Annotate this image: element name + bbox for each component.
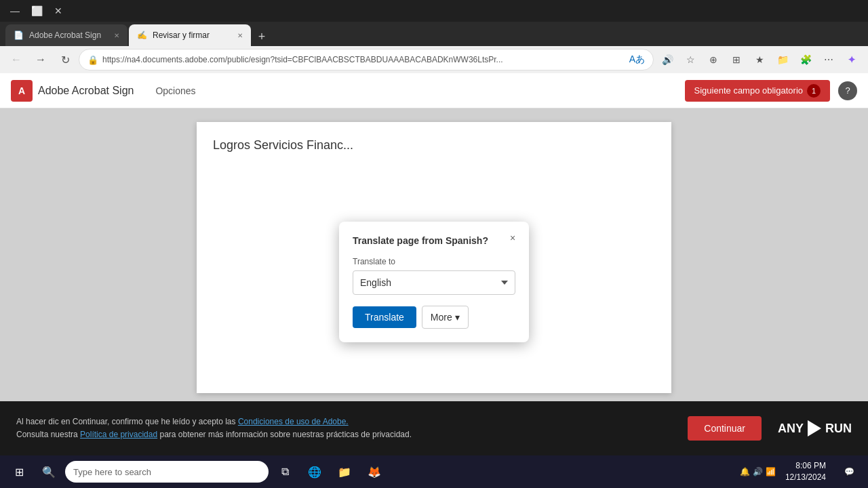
acrobat-logo: A Adobe Acrobat Sign (11, 80, 134, 102)
date-display: 12/13/2024 (785, 472, 826, 483)
windows-icon: ⊞ (15, 466, 24, 479)
file-explorer-icon[interactable]: 📁 (331, 458, 358, 485)
translate-button[interactable]: Translate (353, 306, 416, 328)
task-view-button[interactable]: ⧉ (271, 458, 298, 485)
acrobat-header-right: Siguiente campo obligatorio 1 ? (685, 80, 857, 102)
tab-label-active: Revisar y firmar (153, 30, 210, 40)
copilot-button[interactable]: ✦ (841, 49, 863, 70)
acrobat-page: A Adobe Acrobat Sign Opciones Siguiente … (0, 73, 868, 455)
chevron-down-icon: ▾ (455, 312, 460, 323)
search-placeholder: Type here to search (73, 467, 151, 477)
tray-icon-3[interactable]: 📶 (766, 467, 776, 476)
reload-button[interactable]: ↻ (54, 49, 76, 70)
forward-button[interactable]: → (30, 49, 52, 70)
clock[interactable]: 8:06 PM 12/13/2024 (780, 460, 831, 483)
next-field-button[interactable]: Siguiente campo obligatorio 1 (685, 80, 830, 102)
time-display: 8:06 PM (785, 460, 826, 472)
split-screen-button[interactable]: ⊞ (726, 49, 747, 70)
new-tab-button[interactable]: + (252, 27, 271, 46)
task-view-icon: ⧉ (281, 466, 289, 478)
tabs-bar: 📄 Adobe Acrobat Sign ✕ ✍️ Revisar y firm… (0, 22, 868, 46)
tab-close-icon[interactable]: ✕ (114, 32, 119, 39)
title-bar: — ⬜ ✕ (0, 0, 868, 22)
favorites-button[interactable]: ☆ (679, 49, 701, 70)
dialog-close-button[interactable]: × (505, 230, 521, 246)
next-field-label: Siguiente campo obligatorio (694, 85, 803, 96)
start-button[interactable]: ⊞ (5, 458, 33, 485)
taskbar: ⊞ 🔍 Type here to search ⧉ 🌐 📁 🦊 🔔 🔊 📶 8:… (0, 455, 868, 488)
tray-icon-2[interactable]: 🔊 (753, 467, 763, 476)
tab-acrobat[interactable]: 📄 Adobe Acrobat Sign ✕ (5, 24, 127, 46)
nav-bar: ← → ↻ 🔒 https://na4.documents.adobe.com/… (0, 46, 868, 73)
page-content: A Adobe Acrobat Sign Opciones Siguiente … (0, 73, 868, 455)
translate-icon[interactable]: Aあ (629, 54, 645, 66)
tab-close-active-icon[interactable]: ✕ (237, 32, 243, 39)
more-button[interactable]: More ▾ (422, 306, 469, 329)
close-button[interactable]: ✕ (49, 1, 68, 20)
address-bar[interactable]: 🔒 https://na4.documents.adobe.com/public… (79, 49, 654, 70)
edge-browser-icon: 🌐 (308, 466, 321, 479)
translate-dialog: Translate page from Spanish? × Translate… (339, 222, 529, 342)
settings-button[interactable]: ⋯ (818, 49, 840, 70)
address-text: https://na4.documents.adobe.com/public/e… (102, 55, 625, 64)
back-button[interactable]: ← (5, 49, 27, 70)
translate-button-label: Translate (365, 312, 404, 323)
tab-label: Adobe Acrobat Sign (29, 30, 101, 40)
acrobat-logo-icon: A (11, 80, 33, 102)
edge-icon[interactable]: 🌐 (301, 458, 328, 485)
more-button-label: More (431, 312, 452, 323)
toolbar-icons: 🔊 ☆ ⊕ ⊞ ★ 📁 🧩 ⋯ ✦ (656, 49, 863, 70)
firefox-icon[interactable]: 🦊 (361, 458, 388, 485)
language-select[interactable]: English Spanish French German (353, 270, 515, 295)
search-icon: 🔍 (42, 466, 56, 479)
browser-window: — ⬜ ✕ 📄 Adobe Acrobat Sign ✕ ✍️ Revisar … (0, 0, 868, 455)
notification-button[interactable]: 💬 (835, 458, 863, 485)
acrobat-main: Logros Servicios Financ... Translate pag… (0, 108, 868, 455)
tray-icon-1[interactable]: 🔔 (740, 467, 750, 476)
firefox-browser-icon: 🦊 (368, 466, 381, 479)
help-icon: ? (845, 85, 850, 96)
dialog-actions: Translate More ▾ (353, 306, 515, 329)
dialog-title: Translate page from Spanish? (353, 235, 515, 246)
tab-favicon-active: ✍️ (137, 30, 147, 40)
tab-favicon: 📄 (14, 30, 24, 40)
minimize-button[interactable]: — (5, 1, 24, 20)
nav-opciones[interactable]: Opciones (155, 85, 195, 96)
restore-button[interactable]: ⬜ (27, 1, 46, 20)
browser-favorites-button[interactable]: ★ (749, 49, 770, 70)
collections-button[interactable]: ⊕ (703, 49, 724, 70)
notification-icon: 💬 (844, 467, 854, 476)
taskbar-left: ⊞ 🔍 Type here to search ⧉ 🌐 📁 🦊 (5, 458, 388, 485)
translate-to-label: Translate to (353, 257, 515, 266)
system-tray: 🔔 🔊 📶 (740, 467, 776, 476)
tab-revisar[interactable]: ✍️ Revisar y firmar ✕ (129, 24, 251, 46)
extensions-button[interactable]: 🧩 (795, 49, 816, 70)
translate-dialog-overlay: Translate page from Spanish? × Translate… (0, 108, 868, 455)
search-bar[interactable]: Type here to search (65, 461, 269, 483)
acrobat-logo-text: Adobe Acrobat Sign (38, 85, 134, 97)
acrobat-header: A Adobe Acrobat Sign Opciones Siguiente … (0, 73, 868, 108)
close-icon: × (510, 232, 515, 243)
search-taskbar-icon[interactable]: 🔍 (35, 458, 62, 485)
lock-icon: 🔒 (87, 55, 98, 65)
field-count-badge: 1 (807, 84, 821, 98)
help-button[interactable]: ? (838, 81, 857, 100)
acrobat-nav: Opciones (144, 85, 673, 96)
browser-collections-button[interactable]: 📁 (772, 49, 793, 70)
read-aloud-button[interactable]: 🔊 (656, 49, 678, 70)
folder-icon: 📁 (338, 466, 351, 479)
taskbar-right: 🔔 🔊 📶 8:06 PM 12/13/2024 💬 (740, 458, 863, 485)
